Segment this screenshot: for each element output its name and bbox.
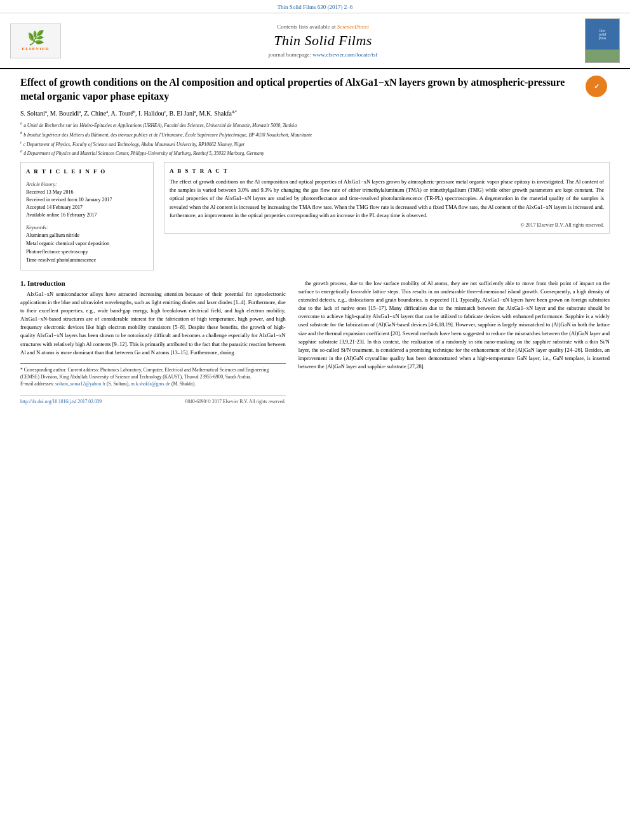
footnote-email1[interactable]: soltani_sonia12@yahoo.fr bbox=[55, 381, 105, 387]
affiliation-c: c c Department of Physics, Faculty of Sc… bbox=[20, 139, 610, 148]
copyright-line: © 2017 Elsevier B.V. All rights reserved… bbox=[170, 222, 604, 228]
journal-info: Thin Solid Films 630 (2017) 2–6 bbox=[278, 4, 353, 10]
footnote-main: * Corresponding author. Current address:… bbox=[20, 367, 269, 380]
available-date: Available online 16 February 2017 bbox=[26, 211, 148, 219]
thumbnail-bottom bbox=[586, 50, 619, 62]
intro-p2-text: the growth process, due to the low surfa… bbox=[298, 279, 610, 371]
homepage-label: journal homepage: bbox=[269, 51, 311, 58]
affiliation-d: d d Department of Physics and Material S… bbox=[20, 148, 610, 157]
keyword-3: Photoreflectance spectroscopy bbox=[26, 248, 148, 256]
contents-text: Contents lists available at bbox=[277, 23, 335, 30]
authors-text: S. Soltania, M. Bouzidia, Z. Chinea, A. … bbox=[20, 110, 237, 117]
info-abstract-row: A R T I C L E I N F O Article history: R… bbox=[20, 162, 610, 270]
homepage-line: journal homepage: www.elsevier.com/locat… bbox=[61, 51, 585, 58]
issn-text: 0040-6090/© 2017 Elsevier B.V. All right… bbox=[185, 399, 286, 404]
right-main-col: the growth process, due to the low surfa… bbox=[298, 279, 610, 404]
received-date: Received 13 May 2016 bbox=[26, 189, 148, 196]
intro-title-text: Introduction bbox=[27, 279, 65, 287]
intro-paragraph-2: the growth process, due to the low surfa… bbox=[298, 279, 610, 371]
elsevier-logo: 🌿 ELSEVIER bbox=[10, 23, 61, 58]
main-content: 1. Introduction AlxGa1−xN semiconductor … bbox=[20, 279, 610, 404]
article-body: Effect of growth conditions on the Al co… bbox=[0, 69, 630, 417]
abstract-header: A B S T R A C T bbox=[170, 168, 604, 174]
homepage-url[interactable]: www.elsevier.com/locate/tsf bbox=[312, 51, 377, 58]
thumbnail-label: thinsolidfilms bbox=[599, 29, 607, 40]
history-label: Article history: bbox=[26, 180, 148, 189]
crossmark-badge[interactable]: ✓ bbox=[586, 76, 610, 100]
intro-p1-text: AlxGa1−xN semiconductor alloys have attr… bbox=[20, 290, 286, 357]
crossmark-icon: ✓ bbox=[586, 76, 607, 97]
elsevier-label: ELSEVIER bbox=[22, 46, 49, 51]
keyword-4: Time-resolved photoluminescence bbox=[26, 257, 148, 264]
footnote-area: * Corresponding author. Current address:… bbox=[20, 363, 286, 388]
intro-section-title: 1. Introduction bbox=[20, 279, 286, 287]
intro-paragraph-1: AlxGa1−xN semiconductor alloys have attr… bbox=[20, 290, 286, 357]
top-bar: Thin Solid Films 630 (2017) 2–6 bbox=[0, 0, 630, 13]
abstract-text: The effect of growth conditions on the A… bbox=[170, 178, 604, 220]
journal-center: Contents lists available at ScienceDirec… bbox=[61, 23, 585, 58]
article-info-col: A R T I C L E I N F O Article history: R… bbox=[20, 162, 154, 270]
article-info-header: A R T I C L E I N F O bbox=[26, 168, 148, 177]
sciencedirect-link[interactable]: ScienceDirect bbox=[337, 23, 369, 30]
elsevier-tree-icon: 🌿 bbox=[27, 30, 44, 46]
footnote-text: * Corresponding author. Current address:… bbox=[20, 367, 286, 388]
article-info-box: A R T I C L E I N F O Article history: R… bbox=[20, 162, 154, 270]
journal-title: Thin Solid Films bbox=[61, 32, 585, 49]
revised-date: Received in revised form 10 January 2017 bbox=[26, 196, 148, 204]
section-number: 1. bbox=[20, 279, 25, 287]
affiliation-a: a a Unité de Recherche sur les Hétéro-Ép… bbox=[20, 120, 610, 129]
doi-link[interactable]: http://dx.doi.org/10.1016/j.tsf.2017.02.… bbox=[20, 399, 102, 404]
footnote-email2-name: (M. Shakfa). bbox=[171, 381, 196, 387]
abstract-box: A B S T R A C T The effect of growth con… bbox=[164, 162, 610, 234]
title-text: Effect of growth conditions on the Al co… bbox=[20, 77, 565, 102]
journal-thumbnail: thinsolidfilms bbox=[585, 18, 620, 63]
affiliation-b: b b Institut Supérieur des Métiers du Bâ… bbox=[20, 130, 610, 138]
keywords-label: Keywords: bbox=[26, 224, 148, 232]
footnote-email2[interactable]: m.k.shakfa@gmx.de bbox=[131, 381, 170, 387]
keyword-1: Aluminum gallium nitride bbox=[26, 232, 148, 239]
journal-header: 🌿 ELSEVIER Contents lists available at S… bbox=[0, 13, 630, 69]
keyword-2: Metal organic chemical vapor deposition bbox=[26, 240, 148, 248]
keywords-section: Keywords: Aluminum gallium nitride Metal… bbox=[26, 224, 148, 264]
affiliations: a a Unité de Recherche sur les Hétéro-Ép… bbox=[20, 120, 610, 157]
authors-line: S. Soltania, M. Bouzidia, Z. Chinea, A. … bbox=[20, 109, 610, 117]
footnote-email1-name: (S. Soltani), bbox=[107, 381, 130, 387]
article-title: Effect of growth conditions on the Al co… bbox=[20, 76, 578, 104]
abstract-col: A B S T R A C T The effect of growth con… bbox=[164, 162, 610, 270]
accepted-date: Accepted 14 February 2017 bbox=[26, 204, 148, 211]
contents-line: Contents lists available at ScienceDirec… bbox=[61, 23, 585, 30]
thumbnail-top: thinsolidfilms bbox=[586, 19, 619, 50]
title-section: Effect of growth conditions on the Al co… bbox=[20, 76, 610, 104]
footnote-email-label: E-mail addresses: bbox=[20, 381, 54, 387]
footer-bar: http://dx.doi.org/10.1016/j.tsf.2017.02.… bbox=[20, 396, 286, 404]
left-main-col: 1. Introduction AlxGa1−xN semiconductor … bbox=[20, 279, 286, 404]
